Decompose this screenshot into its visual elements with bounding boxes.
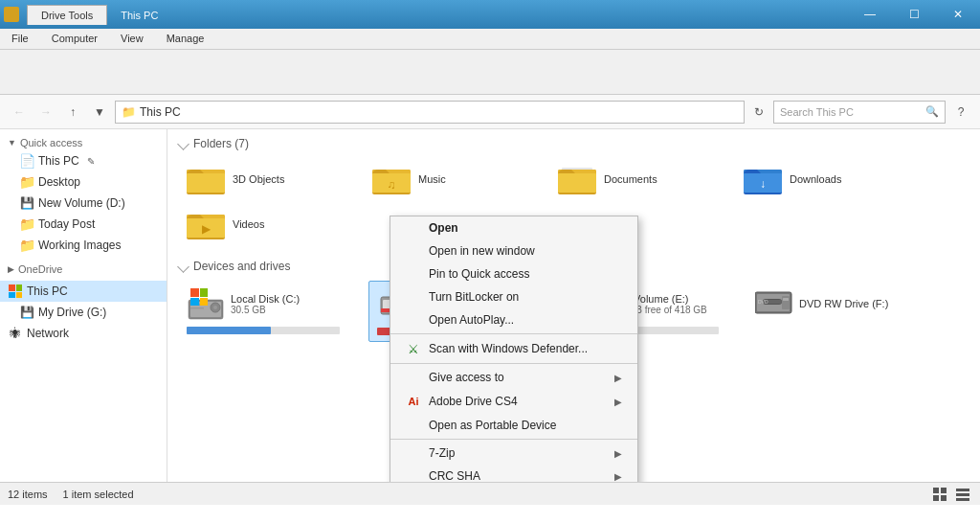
sidebar-section-onedrive[interactable]: ▶ OneDrive	[0, 260, 167, 277]
svg-text:↓: ↓	[760, 177, 766, 191]
folder-icon-music: ♫	[372, 162, 411, 195]
minimize-button[interactable]: ―	[848, 0, 892, 29]
device-item-f[interactable]: DVD DVD RW Drive (F:)	[747, 281, 929, 342]
adobe-icon: Ai	[406, 394, 421, 409]
ctx-crc-sha[interactable]: CRC SHA ▶	[390, 465, 637, 482]
sidebar: ▼ Quick access 📄 This PC ✎ 📁 Desktop 💾 N…	[0, 129, 167, 482]
up-button[interactable]: ↑	[61, 101, 84, 124]
ribbon: File Computer View Manage	[0, 29, 980, 95]
address-path[interactable]: 📁 This PC	[115, 101, 745, 124]
folder-item-music[interactable]: ♫ Music	[365, 158, 546, 199]
back-button[interactable]: ←	[8, 101, 31, 124]
todaypost-folder-icon: 📁	[19, 216, 34, 232]
view-grid-button[interactable]	[930, 485, 949, 504]
svg-text:DVD: DVD	[758, 299, 768, 305]
ribbon-tab-file[interactable]: File	[0, 29, 40, 49]
expand-arrow-quickaccess: ▼	[8, 138, 16, 148]
device-icon-row-c: Local Disk (C:) 30.5 GB	[187, 286, 300, 321]
sidebar-item-newvolume[interactable]: 💾 New Volume (D:)	[0, 193, 167, 214]
grid-view-icon	[933, 488, 947, 501]
app-icon	[4, 7, 19, 22]
folder-icon-videos: ▶	[187, 207, 225, 240]
sidebar-item-thispc-quick[interactable]: 📄 This PC ✎	[0, 150, 167, 171]
svg-text:♫: ♫	[388, 178, 396, 192]
svg-rect-43	[933, 488, 939, 493]
list-view-icon	[956, 488, 969, 501]
svg-rect-48	[956, 493, 969, 496]
device-icon-row-f: DVD DVD RW Drive (F:)	[755, 286, 888, 321]
recent-locations-button[interactable]: ▼	[88, 101, 111, 124]
folder-item-3dobjects[interactable]: 3D Objects	[179, 158, 361, 199]
dvd-drive-svg: DVD	[755, 288, 793, 319]
ctx-open[interactable]: Open	[390, 216, 637, 239]
svg-rect-46	[941, 495, 947, 501]
svg-rect-2	[187, 173, 225, 193]
main-layout: ▼ Quick access 📄 This PC ✎ 📁 Desktop 💾 N…	[0, 129, 980, 482]
thispc-icon: 📄	[19, 153, 34, 169]
svg-rect-41	[783, 298, 789, 301]
progress-c	[187, 327, 340, 334]
svg-rect-45	[933, 495, 939, 501]
sidebar-item-workingimages[interactable]: 📁 Working Images	[0, 235, 167, 256]
view-list-button[interactable]	[953, 485, 972, 504]
progress-bar-c	[187, 327, 271, 334]
content-area: Folders (7) 3D Objects	[167, 129, 980, 482]
svg-rect-10	[558, 173, 596, 193]
ctx-sep-1	[390, 333, 637, 334]
ctx-7zip[interactable]: 7-Zip ▶	[390, 442, 637, 465]
edit-icon[interactable]: ✎	[87, 156, 95, 167]
folder-icon-documents	[558, 162, 596, 195]
submenu-arrow-crc: ▶	[614, 471, 622, 482]
tab-drive-tools[interactable]: Drive Tools	[27, 5, 107, 25]
search-box[interactable]: Search This PC 🔍	[773, 101, 946, 124]
maximize-button[interactable]: ☐	[892, 0, 936, 29]
svg-rect-49	[956, 498, 969, 501]
tab-this-pc[interactable]: This PC	[107, 6, 171, 25]
ctx-adobe-drive[interactable]: Ai Adobe Drive CS4 ▶	[390, 389, 637, 414]
svg-text:▶: ▶	[202, 222, 212, 236]
network-icon: 🕷	[8, 326, 23, 341]
ribbon-tabs: File Computer View Manage	[0, 29, 980, 50]
ctx-bitlocker[interactable]: Turn BitLocker on	[390, 285, 637, 308]
title-bar-tabs: Drive Tools This PC	[27, 5, 171, 25]
ribbon-content	[0, 50, 980, 94]
submenu-arrow-give-access: ▶	[614, 373, 622, 383]
sidebar-item-thispc[interactable]: This PC	[0, 281, 167, 302]
device-icon-f: DVD	[755, 286, 793, 321]
ctx-give-access[interactable]: Give access to ▶	[390, 366, 637, 389]
help-button[interactable]: ?	[949, 101, 972, 124]
sidebar-item-mydrive[interactable]: 💾 My Drive (G:)	[0, 302, 167, 323]
folder-item-videos[interactable]: ▶ Videos	[179, 203, 361, 244]
status-bar: 12 items 1 item selected	[0, 482, 980, 505]
ctx-portable-device[interactable]: Open as Portable Device	[390, 414, 637, 437]
status-selection: 1 item selected	[63, 489, 134, 500]
folder-icon-3dobjects	[187, 162, 225, 195]
device-item-c[interactable]: Local Disk (C:) 30.5 GB	[179, 281, 361, 342]
close-button[interactable]: ✕	[936, 0, 980, 29]
ctx-sep-3	[390, 439, 637, 440]
sidebar-item-desktop[interactable]: 📁 Desktop	[0, 171, 167, 193]
ctx-windows-defender[interactable]: ⚔ Scan with Windows Defender...	[390, 336, 637, 361]
folders-section-header: Folders (7)	[179, 137, 969, 150]
ribbon-tab-view[interactable]: View	[109, 29, 155, 49]
ribbon-tab-computer[interactable]: Computer	[40, 29, 109, 49]
sidebar-section-quickaccess[interactable]: ▼ Quick access	[0, 133, 167, 150]
folder-icon-downloads: ↓	[744, 162, 782, 195]
folder-item-downloads[interactable]: ↓ Downloads	[736, 158, 918, 199]
ctx-open-new-window[interactable]: Open in new window	[390, 239, 637, 262]
sidebar-item-todaypost[interactable]: 📁 Today Post	[0, 214, 167, 235]
device-icon-c	[187, 286, 225, 321]
expand-arrow-onedrive: ▶	[8, 264, 14, 274]
title-controls: ― ☐ ✕	[848, 0, 980, 29]
ctx-pin-quick-access[interactable]: Pin to Quick access	[390, 262, 637, 285]
ribbon-tab-manage[interactable]: Manage	[155, 29, 216, 49]
title-bar-left: Drive Tools This PC	[0, 5, 171, 25]
folder-item-documents[interactable]: Documents	[550, 158, 732, 199]
refresh-button[interactable]: ↻	[748, 102, 769, 123]
forward-button[interactable]: →	[34, 101, 57, 124]
ctx-autoplay[interactable]: Open AutoPlay...	[390, 308, 637, 331]
submenu-arrow-7zip: ▶	[614, 448, 622, 459]
sidebar-item-network[interactable]: 🕷 Network	[0, 323, 167, 344]
submenu-arrow-adobe: ▶	[614, 397, 622, 407]
desktop-folder-icon: 📁	[19, 174, 34, 190]
